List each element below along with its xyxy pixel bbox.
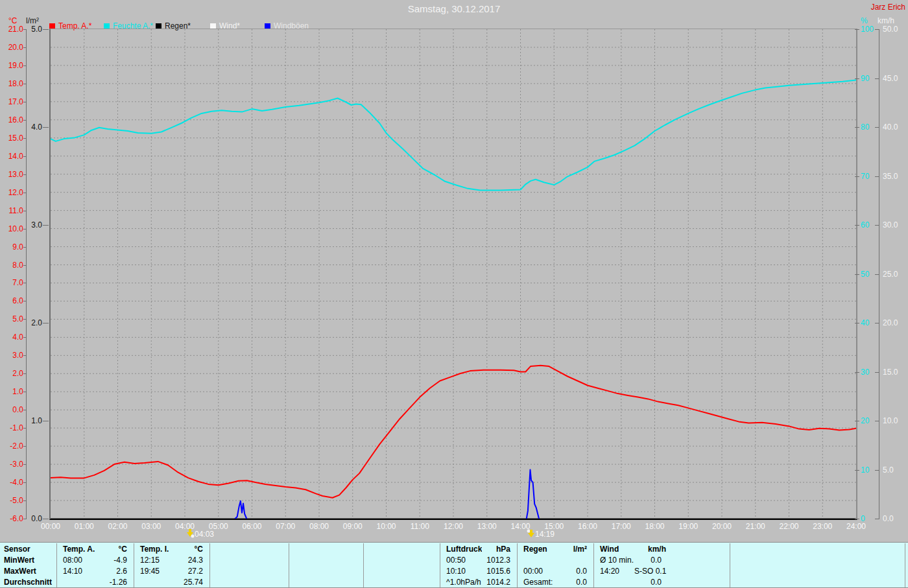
temp-axis-tick	[23, 355, 27, 356]
temp-axis-tick	[23, 138, 27, 139]
x-axis-hour-label: 02:00	[104, 523, 132, 531]
wind-axis-tick-label: 0.0	[883, 515, 894, 523]
x-axis-hour-label: 07:00	[271, 523, 300, 531]
legend-item-3[interactable]: Regen*	[156, 19, 191, 28]
temp-axis-tick-label: -2.0	[0, 442, 23, 451]
humidity-axis-tick	[855, 225, 859, 226]
x-axis-hour-label: 16:00	[573, 523, 602, 531]
rain-axis-tick-label: 5.0	[25, 25, 42, 34]
rain-axis-tick	[43, 127, 49, 128]
table-cell: 0.0	[540, 566, 593, 577]
rain-axis-tick	[43, 323, 49, 323]
rain-axis-tick-label: 3.0	[25, 221, 42, 229]
table-cell: l/m²	[547, 544, 593, 555]
temp-axis-tick-label: 8.0	[0, 261, 23, 270]
temp-axis-tick-label: 18.0	[0, 80, 23, 88]
temp-axis-tick-label: 1.0	[0, 388, 23, 396]
humidity-axis-tick	[855, 127, 859, 128]
temp-axis-tick	[23, 410, 27, 410]
humidity-axis-tick-label: 70	[861, 172, 869, 181]
wind-axis-tick-label: 35.0	[883, 172, 898, 181]
humidity-axis-tick	[855, 470, 859, 471]
humidity-axis-tick	[855, 421, 859, 421]
temp-axis-tick-label: 11.0	[0, 207, 23, 215]
legend-item-4[interactable]: Wind*	[210, 19, 240, 28]
wind-axis-tick-label: 5.0	[883, 466, 894, 475]
page-title: Samstag, 30.12.2017	[0, 3, 908, 14]
x-axis-hour-label: 11:00	[405, 523, 434, 531]
legend: Temp. A.*Feuchte A.*Regen*Wind*Windböen	[0, 19, 908, 29]
table-cell: 0.0	[634, 555, 730, 566]
x-axis-hour-label: 08:00	[305, 523, 333, 531]
humidity-axis-tick-label: 40	[861, 319, 869, 327]
temp-axis-tick	[23, 102, 27, 102]
wind-axis-tick-label: 40.0	[883, 123, 898, 132]
temp-axis-tick-label: 10.0	[0, 225, 23, 233]
table-divider	[289, 543, 289, 587]
event-marker-1419: 14:19	[527, 529, 555, 538]
humidity-axis-tick	[855, 323, 859, 323]
temp-axis-tick-label: -6.0	[0, 515, 23, 523]
temp-axis-tick	[23, 428, 27, 429]
x-axis-hour-label: 19:00	[674, 523, 702, 531]
table-cell: 1012.3	[462, 555, 517, 566]
temp-axis-tick-label: 16.0	[0, 116, 23, 124]
temp-axis-tick	[23, 84, 27, 84]
temp-axis-tick	[23, 301, 27, 301]
legend-item-5[interactable]: Windböen	[265, 19, 309, 28]
table-cell: 2.6	[79, 566, 134, 577]
temp-axis-tick	[23, 392, 27, 392]
legend-item-2[interactable]: Feuchte A.*	[104, 19, 153, 28]
humidity-axis-tick	[855, 372, 859, 373]
table-cell: -4.9	[79, 555, 134, 566]
humidity-axis-tick	[855, 176, 859, 177]
humidity-axis-tick-label: 60	[861, 221, 869, 229]
wind-axis-tick	[875, 421, 879, 421]
table-cell: MaxWert	[0, 566, 56, 577]
table-cell: km/h	[648, 544, 730, 555]
x-axis-hour-label: 10:00	[372, 523, 401, 531]
event-marker-0403: 04:03	[186, 529, 214, 538]
rain-axis-tick-label: 2.0	[25, 319, 42, 327]
humidity-axis-tick-label: 20	[861, 417, 869, 425]
rain-axis-tick	[43, 29, 49, 30]
temp-axis-tick	[23, 446, 27, 447]
temp-axis-tick	[23, 283, 27, 283]
temp-axis-tick-label: 12.0	[0, 189, 23, 197]
chart-canvas	[51, 29, 856, 519]
temp-axis-tick	[23, 482, 27, 483]
rain-axis-tick	[43, 519, 49, 519]
temp-axis-tick-label: 6.0	[0, 297, 23, 305]
humidity-axis-tick-label: 100	[861, 25, 874, 34]
humidity-axis-tick	[855, 274, 859, 275]
x-axis-hour-label: 23:00	[808, 523, 837, 531]
temp-axis-tick-label: 17.0	[0, 98, 23, 106]
temp-axis-tick-label: -3.0	[0, 460, 23, 469]
temp-axis-tick-label: 3.0	[0, 351, 23, 360]
x-axis-hour-label: 00:00	[36, 523, 65, 531]
x-axis-hour-label: 20:00	[708, 523, 736, 531]
x-axis-hour-label: 24:00	[842, 523, 870, 531]
wind-axis-tick-label: 50.0	[883, 25, 898, 34]
temp-axis-tick-label: 5.0	[0, 315, 23, 323]
table-divider	[363, 543, 364, 587]
legend-item-1[interactable]: Temp. A.*	[49, 19, 91, 28]
temp-axis-tick-label: -4.0	[0, 478, 23, 487]
table-cell: °C	[87, 544, 134, 555]
table-cell: 24.3	[156, 555, 209, 566]
weather-station-window: { "header": { "title": "Samstag, 30.12.2…	[0, 0, 908, 588]
temp-axis-tick	[23, 47, 27, 48]
humidity-axis-tick	[855, 78, 859, 79]
table-cell: MinWert	[0, 555, 56, 566]
temp-axis-tick-label: 21.0	[0, 25, 23, 34]
wind-axis-tick-label: 15.0	[883, 368, 898, 377]
x-axis-hour-label: 06:00	[238, 523, 267, 531]
temp-axis-tick	[23, 193, 27, 193]
wind-axis-tick-label: 25.0	[883, 270, 898, 279]
temp-axis-tick	[23, 120, 27, 121]
wind-axis-tick	[875, 372, 879, 373]
plot-area	[49, 29, 857, 520]
wind-axis-tick	[875, 29, 879, 30]
humidity-axis-tick-label: 90	[861, 75, 869, 83]
x-axis-hour-label: 12:00	[439, 523, 468, 531]
